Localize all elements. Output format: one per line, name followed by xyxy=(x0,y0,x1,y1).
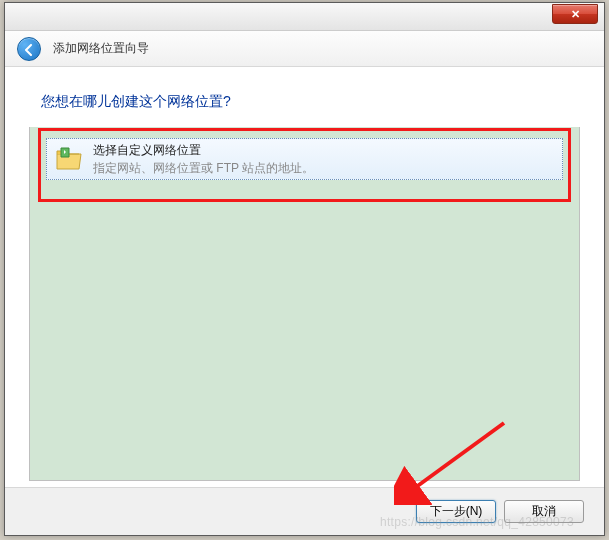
header-bar: 添加网络位置向导 xyxy=(5,31,604,67)
content-area: 您想在哪儿创建这个网络位置? 选择自定义网络位置 指定网站、网络位置或 FTP … xyxy=(29,79,580,481)
back-arrow-icon xyxy=(23,44,35,56)
prompt-text: 您想在哪儿创建这个网络位置? xyxy=(29,79,580,127)
titlebar: ✕ xyxy=(5,3,604,31)
watermark-text: https://blog.csdn.net/qq_42850073 xyxy=(380,515,574,529)
folder-network-icon xyxy=(55,144,83,174)
header-title: 添加网络位置向导 xyxy=(53,40,149,57)
option-title: 选择自定义网络位置 xyxy=(93,141,314,159)
wizard-dialog: ✕ 添加网络位置向导 您想在哪儿创建这个网络位置? 选择自定义网络位置 指定网站 xyxy=(4,2,605,536)
option-text: 选择自定义网络位置 指定网站、网络位置或 FTP 站点的地址。 xyxy=(93,141,314,177)
back-button[interactable] xyxy=(17,37,41,61)
close-button[interactable]: ✕ xyxy=(552,4,598,24)
option-description: 指定网站、网络位置或 FTP 站点的地址。 xyxy=(93,159,314,177)
custom-location-option[interactable]: 选择自定义网络位置 指定网站、网络位置或 FTP 站点的地址。 xyxy=(46,138,563,180)
